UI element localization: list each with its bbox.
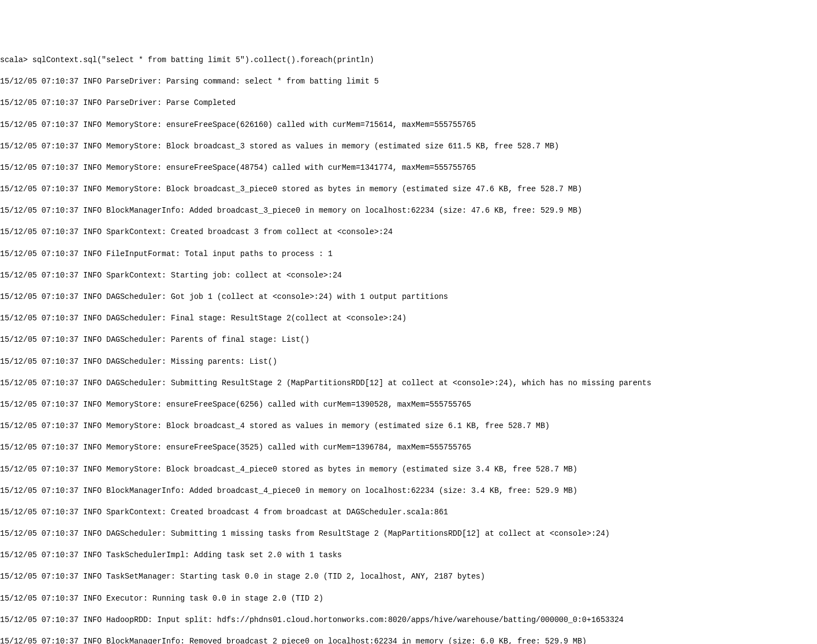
log-line: 15/12/05 07:10:37 INFO MemoryStore: Bloc… bbox=[0, 184, 817, 195]
log-line: 15/12/05 07:10:37 INFO SparkContext: Cre… bbox=[0, 227, 817, 238]
log-line: 15/12/05 07:10:37 INFO BlockManagerInfo:… bbox=[0, 486, 817, 497]
scala-prompt-command: scala> sqlContext.sql("select * from bat… bbox=[0, 55, 817, 66]
log-line: 15/12/05 07:10:37 INFO DAGScheduler: Sub… bbox=[0, 378, 817, 389]
log-line: 15/12/05 07:10:37 INFO FileInputFormat: … bbox=[0, 249, 817, 260]
log-line: 15/12/05 07:10:37 INFO MemoryStore: ensu… bbox=[0, 163, 817, 174]
log-line: 15/12/05 07:10:37 INFO DAGScheduler: Fin… bbox=[0, 313, 817, 324]
log-line: 15/12/05 07:10:37 INFO MemoryStore: Bloc… bbox=[0, 141, 817, 152]
log-line: 15/12/05 07:10:37 INFO ParseDriver: Pars… bbox=[0, 98, 817, 109]
log-line: 15/12/05 07:10:37 INFO HadoopRDD: Input … bbox=[0, 615, 817, 626]
terminal-output[interactable]: scala> sqlContext.sql("select * from bat… bbox=[0, 44, 817, 644]
log-line: 15/12/05 07:10:37 INFO MemoryStore: Bloc… bbox=[0, 421, 817, 432]
log-line: 15/12/05 07:10:37 INFO TaskSetManager: S… bbox=[0, 571, 817, 582]
log-line: 15/12/05 07:10:37 INFO TaskSchedulerImpl… bbox=[0, 550, 817, 561]
log-line: 15/12/05 07:10:37 INFO DAGScheduler: Sub… bbox=[0, 529, 817, 540]
log-line: 15/12/05 07:10:37 INFO ParseDriver: Pars… bbox=[0, 76, 817, 87]
log-line: 15/12/05 07:10:37 INFO Executor: Running… bbox=[0, 593, 817, 604]
log-line: 15/12/05 07:10:37 INFO MemoryStore: ensu… bbox=[0, 120, 817, 131]
log-line: 15/12/05 07:10:37 INFO MemoryStore: ensu… bbox=[0, 442, 817, 453]
log-line: 15/12/05 07:10:37 INFO MemoryStore: ensu… bbox=[0, 399, 817, 410]
log-line: 15/12/05 07:10:37 INFO MemoryStore: Bloc… bbox=[0, 464, 817, 475]
log-line: 15/12/05 07:10:37 INFO SparkContext: Sta… bbox=[0, 270, 817, 281]
log-line: 15/12/05 07:10:37 INFO DAGScheduler: Mis… bbox=[0, 357, 817, 368]
log-line: 15/12/05 07:10:37 INFO SparkContext: Cre… bbox=[0, 507, 817, 518]
log-line: 15/12/05 07:10:37 INFO BlockManagerInfo:… bbox=[0, 206, 817, 216]
log-line: 15/12/05 07:10:37 INFO DAGScheduler: Got… bbox=[0, 292, 817, 303]
log-line: 15/12/05 07:10:37 INFO DAGScheduler: Par… bbox=[0, 335, 817, 346]
log-line: 15/12/05 07:10:37 INFO BlockManagerInfo:… bbox=[0, 636, 817, 644]
